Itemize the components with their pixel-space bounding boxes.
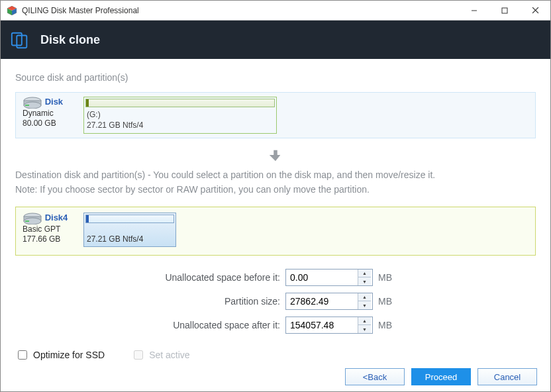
source-disk-row[interactable]: Disk Dynamic 80.00 GB (G:) 27.21 GB Ntfs… xyxy=(15,92,536,138)
set-active-checkbox: Set active xyxy=(131,348,189,362)
source-disk-name: Disk xyxy=(45,97,63,107)
close-button[interactable] xyxy=(520,1,550,21)
unalloc-before-up[interactable]: ▲ xyxy=(358,270,371,278)
optimize-ssd-input[interactable] xyxy=(18,350,27,360)
source-usage-bar xyxy=(85,99,275,107)
back-button[interactable]: <Back xyxy=(345,368,405,385)
destination-partition[interactable]: 27.21 GB Ntfs/4 xyxy=(83,213,176,247)
page-header: Disk clone xyxy=(1,21,550,59)
destination-note-line2: Note: If you choose sector by sector or … xyxy=(15,182,536,197)
set-active-label: Set active xyxy=(149,350,189,360)
partition-size-input[interactable]: ▲ ▼ xyxy=(285,293,373,310)
unit-label: MB xyxy=(378,320,398,330)
destination-partition-desc: 27.21 GB Ntfs/4 xyxy=(87,234,143,244)
resize-fields: Unallocated space before it: ▲ ▼ MB Part… xyxy=(15,269,536,334)
disk-clone-icon xyxy=(10,30,30,50)
unalloc-before-down[interactable]: ▼ xyxy=(358,277,371,285)
hard-drive-icon xyxy=(23,97,42,109)
destination-partition-map[interactable]: 27.21 GB Ntfs/4 xyxy=(83,213,530,250)
unalloc-before-label: Unallocated space before it: xyxy=(15,272,280,283)
optimize-ssd-checkbox[interactable]: Optimize for SSD xyxy=(15,348,105,362)
partition-size-label: Partition size: xyxy=(15,296,280,307)
optimize-ssd-label: Optimize for SSD xyxy=(33,350,105,360)
unalloc-before-input[interactable]: ▲ ▼ xyxy=(285,269,373,286)
source-partition-map[interactable]: (G:) 27.21 GB Ntfs/4 xyxy=(83,97,277,134)
destination-disk-size: 177.66 GB xyxy=(23,234,78,244)
cancel-button[interactable]: Cancel xyxy=(477,368,537,385)
unit-label: MB xyxy=(378,272,398,283)
unalloc-before-value[interactable] xyxy=(286,270,358,285)
source-disk-type: Dynamic xyxy=(23,109,78,119)
destination-note-line1: Destination disk and partition(s) - You … xyxy=(15,168,536,182)
footer-buttons: <Back Proceed Cancel xyxy=(1,362,550,391)
page-title: Disk clone xyxy=(40,33,100,47)
minimize-button[interactable] xyxy=(459,1,489,21)
unalloc-after-label: Unallocated space after it: xyxy=(15,320,280,330)
source-section-label: Source disk and partition(s) xyxy=(15,72,536,83)
proceed-button[interactable]: Proceed xyxy=(411,368,471,385)
destination-disk-type: Basic GPT xyxy=(23,224,78,234)
source-partition-letter: (G:) xyxy=(87,110,275,121)
destination-usage-bar xyxy=(85,215,174,223)
set-active-input xyxy=(134,350,143,360)
source-partition-desc: 27.21 GB Ntfs/4 xyxy=(87,121,275,131)
destination-disk-name: Disk4 xyxy=(45,213,68,222)
unalloc-after-value[interactable] xyxy=(286,317,358,333)
unalloc-after-input[interactable]: ▲ ▼ xyxy=(285,317,373,334)
unalloc-after-down[interactable]: ▼ xyxy=(358,325,371,333)
content-area: Source disk and partition(s) Disk Dynami… xyxy=(1,59,550,362)
unalloc-after-up[interactable]: ▲ xyxy=(358,317,371,326)
unit-label: MB xyxy=(378,296,398,307)
app-icon xyxy=(6,5,18,17)
app-title: QILING Disk Master Professional xyxy=(22,6,139,15)
partition-size-up[interactable]: ▲ xyxy=(358,293,371,302)
titlebar: QILING Disk Master Professional xyxy=(1,1,550,21)
svg-rect-5 xyxy=(502,8,507,13)
source-disk-size: 80.00 GB xyxy=(23,119,78,128)
partition-size-down[interactable]: ▼ xyxy=(358,301,371,309)
source-disk-info: Disk Dynamic 80.00 GB xyxy=(21,97,78,134)
destination-note: Destination disk and partition(s) - You … xyxy=(15,168,536,197)
arrow-down-icon xyxy=(268,148,283,162)
destination-unallocated[interactable] xyxy=(176,213,530,247)
destination-disk-info: Disk4 Basic GPT 177.66 GB xyxy=(21,213,78,250)
destination-disk-row[interactable]: Disk4 Basic GPT 177.66 GB 27.21 GB Ntfs/… xyxy=(15,207,536,256)
partition-size-value[interactable] xyxy=(286,293,358,309)
maximize-button[interactable] xyxy=(489,1,520,21)
svg-rect-13 xyxy=(25,105,29,106)
svg-rect-17 xyxy=(25,220,29,222)
hard-drive-icon xyxy=(23,213,42,224)
